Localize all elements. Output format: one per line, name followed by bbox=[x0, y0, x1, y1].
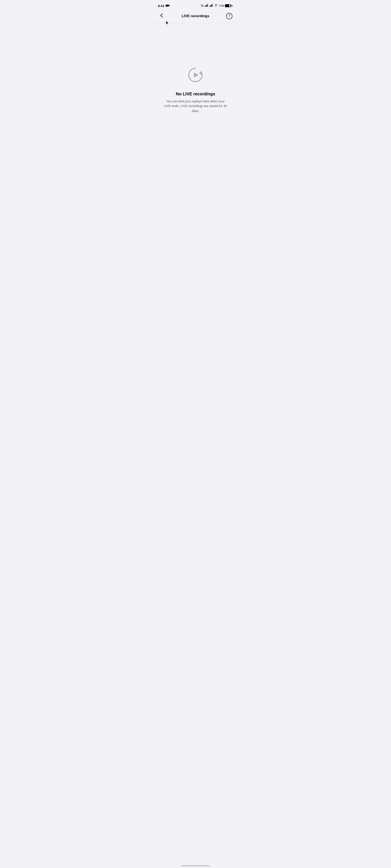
svg-rect-15 bbox=[212, 4, 212, 7]
svg-marker-1 bbox=[168, 4, 170, 6]
status-bar: 8:41 bbox=[154, 0, 237, 10]
svg-rect-12 bbox=[210, 6, 210, 7]
help-button[interactable]: ? bbox=[225, 12, 234, 20]
signal-muted-icon bbox=[200, 4, 204, 8]
svg-rect-3 bbox=[201, 6, 201, 7]
svg-rect-16 bbox=[212, 4, 213, 7]
back-button[interactable] bbox=[157, 12, 166, 20]
wifi-icon bbox=[214, 4, 218, 8]
empty-state-title: No LIVE recordings bbox=[176, 92, 215, 96]
back-arrow-icon bbox=[159, 13, 164, 19]
camera-icon bbox=[166, 4, 170, 8]
battery-indicator: 74% bbox=[219, 4, 233, 7]
battery-percent: 74% bbox=[219, 4, 224, 7]
status-left: 8:41 bbox=[158, 4, 170, 8]
replay-icon bbox=[186, 65, 205, 85]
svg-rect-10 bbox=[207, 4, 208, 7]
svg-line-2 bbox=[201, 4, 203, 7]
empty-state-description: You can find your replays here when your… bbox=[164, 99, 227, 113]
page-title: LIVE recordings bbox=[166, 14, 225, 18]
svg-rect-14 bbox=[211, 5, 212, 7]
svg-rect-6 bbox=[203, 4, 204, 7]
battery-icon bbox=[225, 4, 231, 7]
svg-rect-0 bbox=[166, 5, 168, 6]
replay-icon-container bbox=[185, 64, 206, 86]
empty-state-container: No LIVE recordings You can find your rep… bbox=[154, 23, 237, 154]
battery-charging-dot bbox=[232, 5, 233, 6]
signal-bars-1-icon bbox=[205, 4, 208, 8]
status-time: 8:41 bbox=[158, 4, 164, 8]
help-circle-icon: ? bbox=[226, 13, 232, 19]
svg-marker-19 bbox=[194, 72, 199, 78]
svg-rect-7 bbox=[205, 6, 206, 7]
status-right: 74% bbox=[200, 4, 233, 8]
svg-rect-8 bbox=[206, 5, 206, 7]
svg-rect-11 bbox=[208, 4, 208, 7]
svg-rect-13 bbox=[210, 5, 211, 7]
svg-rect-5 bbox=[202, 5, 203, 7]
svg-rect-9 bbox=[206, 5, 207, 7]
svg-rect-4 bbox=[202, 5, 202, 7]
signal-bars-2-icon bbox=[210, 4, 213, 8]
svg-marker-18 bbox=[199, 71, 202, 75]
svg-point-17 bbox=[216, 6, 216, 6]
nav-bar: LIVE recordings ? bbox=[154, 10, 237, 23]
